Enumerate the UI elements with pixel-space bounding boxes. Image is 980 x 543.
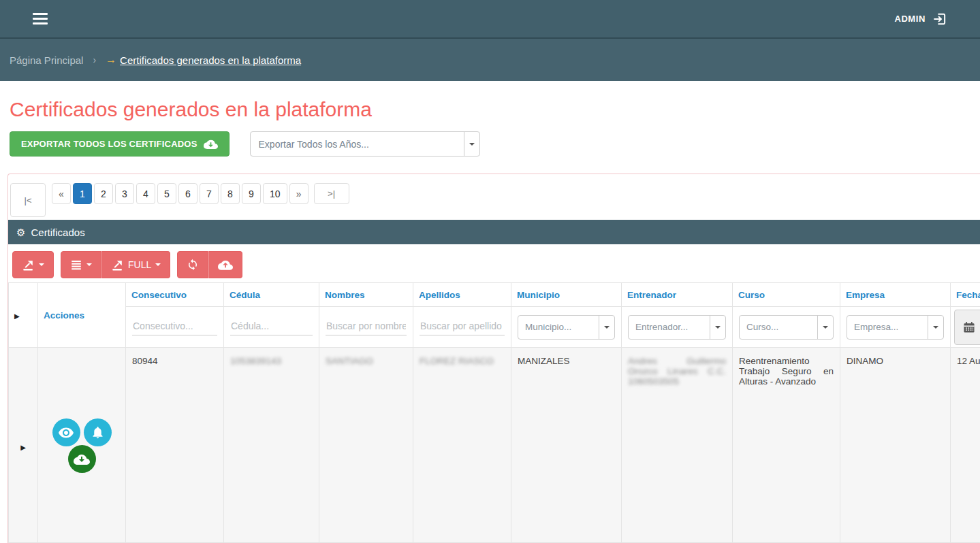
column-header-cedula[interactable]: Cédula <box>224 283 319 307</box>
top-navbar: ADMIN <box>0 0 980 39</box>
pagination-page-button[interactable]: 2 <box>94 183 113 204</box>
caret-down-icon[interactable] <box>928 316 943 339</box>
filter-cedula-cell <box>224 307 319 348</box>
pagination-page-button[interactable]: 8 <box>221 183 240 204</box>
pagination-prev-button[interactable]: « <box>52 183 71 204</box>
export-actions-row: EXPORTAR TODOS LOS CERTIFICADOS Exportar… <box>10 131 980 157</box>
redacted-entrenador: Andres Guillermo Orozco Linares C.C. 106… <box>628 356 726 386</box>
export-icon <box>111 259 124 272</box>
full-button-label: FULL <box>128 259 151 270</box>
filter-empresa-value: Empresa... <box>847 316 928 339</box>
columns-list-dropdown-button[interactable] <box>61 251 101 278</box>
caret-down-icon[interactable] <box>464 132 479 156</box>
caret-down-icon[interactable] <box>817 316 833 339</box>
filter-municipio-select[interactable]: Municipio... <box>518 315 615 340</box>
cell-municipio: MANIZALES <box>511 348 622 543</box>
pagination-page-button[interactable]: 1 <box>73 183 92 204</box>
filter-empresa-cell: Empresa... <box>840 307 951 348</box>
cloud-download-icon <box>204 139 218 149</box>
actions-column-header: Acciones <box>38 283 126 348</box>
breadcrumb-separator: › <box>93 54 96 65</box>
fecha-datepicker-button[interactable] <box>954 310 980 345</box>
pagination-page-button[interactable]: 6 <box>178 183 197 204</box>
breadcrumb-home-link[interactable]: Página Principal <box>10 54 83 66</box>
redacted-cedula: 1053839143 <box>230 356 281 366</box>
export-years-select[interactable]: Exportar Todos los Años... <box>250 131 480 157</box>
filter-curso-value: Curso... <box>740 316 817 339</box>
row-expand-cell[interactable]: ▶ <box>9 348 38 543</box>
filter-curso-select[interactable]: Curso... <box>739 315 834 340</box>
list-icon <box>70 259 82 271</box>
pagination-page-button[interactable]: 5 <box>157 183 176 204</box>
filter-nombres-input[interactable] <box>326 318 407 335</box>
user-menu[interactable]: ADMIN <box>894 12 947 27</box>
filter-nombres-cell <box>319 307 413 348</box>
sign-out-icon[interactable] <box>932 12 947 27</box>
filter-fecha-cell <box>951 307 980 348</box>
table-toolbar: FULL <box>8 244 980 282</box>
caret-down-icon[interactable] <box>599 316 614 339</box>
download-certificate-button[interactable] <box>68 445 96 473</box>
pagination-page-button[interactable]: 10 <box>263 183 287 204</box>
cell-empresa: DINAMO <box>840 348 951 543</box>
filter-entrenador-value: Entrenador... <box>629 316 710 339</box>
filter-consecutivo-input[interactable] <box>132 318 217 335</box>
caret-down-icon <box>155 263 161 269</box>
refresh-button[interactable] <box>177 251 208 278</box>
table-row: ▶ <box>9 348 980 543</box>
menu-icon[interactable] <box>33 13 48 24</box>
filter-curso-cell: Curso... <box>733 307 840 348</box>
filter-consecutivo-cell <box>126 307 224 348</box>
expand-row-icon[interactable]: ▶ <box>20 444 26 451</box>
pagination: |< « 1 2 3 4 5 6 7 8 9 10 » >| <box>8 174 980 220</box>
export-years-select-value: Exportar Todos los Años... <box>251 132 464 156</box>
refresh-icon <box>187 259 199 271</box>
filter-empresa-select[interactable]: Empresa... <box>847 315 944 340</box>
pagination-first-button[interactable]: |< <box>10 183 46 217</box>
cloud-download-icon <box>74 453 90 465</box>
breadcrumb-current-link[interactable]: Certificados generados en la plataforma <box>120 54 301 66</box>
filter-apellidos-input[interactable] <box>420 318 505 335</box>
export-all-label: EXPORTAR TODOS LOS CERTIFICADOS <box>21 139 197 149</box>
breadcrumb: Página Principal › → Certificados genera… <box>0 39 980 81</box>
cell-cedula: 1053839143 <box>224 348 319 543</box>
notify-certificate-button[interactable] <box>84 418 112 446</box>
cell-fecha: 12 Aug <box>951 348 980 543</box>
filter-cedula-input[interactable] <box>230 318 313 335</box>
column-header-curso[interactable]: Curso <box>733 283 840 307</box>
column-header-consecutivo[interactable]: Consecutivo <box>126 283 224 307</box>
expand-row-icon[interactable]: ▶ <box>14 312 20 320</box>
caret-down-icon[interactable] <box>710 316 725 339</box>
pagination-page-button[interactable]: 4 <box>136 183 155 204</box>
column-header-fecha[interactable]: Fecha <box>951 283 980 307</box>
filter-municipio-cell: Municipio... <box>511 307 622 348</box>
column-header-apellidos[interactable]: Apellidos <box>413 283 511 307</box>
export-dropdown-button[interactable] <box>12 251 54 278</box>
column-header-nombres[interactable]: Nombres <box>319 283 413 307</box>
cloud-upload-button[interactable] <box>208 251 242 278</box>
column-header-entrenador[interactable]: Entrenador <box>622 283 733 307</box>
view-certificate-button[interactable] <box>52 418 80 446</box>
breadcrumb-arrow-icon: → <box>106 54 116 66</box>
panel-heading: ⚙ Certificados <box>8 220 980 244</box>
pagination-page-button[interactable]: 7 <box>200 183 219 204</box>
pagination-page-button[interactable]: 9 <box>242 183 261 204</box>
pagination-page-button[interactable]: 3 <box>115 183 134 204</box>
cell-curso: Reentrenamiento Trabajo Seguro en Altura… <box>733 348 840 543</box>
pagination-next-button[interactable]: » <box>289 183 309 204</box>
filter-entrenador-select[interactable]: Entrenador... <box>628 315 726 340</box>
bell-icon <box>91 425 105 440</box>
user-label: ADMIN <box>894 14 926 24</box>
cell-entrenador: Andres Guillermo Orozco Linares C.C. 106… <box>622 348 733 543</box>
redacted-apellidos: FLOREZ RIASCO <box>420 356 494 366</box>
filter-entrenador-cell: Entrenador... <box>622 307 733 348</box>
column-header-empresa[interactable]: Empresa <box>840 283 951 307</box>
export-full-dropdown-button[interactable]: FULL <box>101 251 170 278</box>
export-all-certificates-button[interactable]: EXPORTAR TODOS LOS CERTIFICADOS <box>10 131 230 157</box>
column-header-municipio[interactable]: Municipio <box>511 283 622 307</box>
expand-all-header[interactable]: ▶ <box>9 283 38 348</box>
filter-apellidos-cell <box>413 307 511 348</box>
cloud-upload-icon <box>218 259 233 270</box>
pagination-last-button[interactable]: >| <box>314 183 349 204</box>
page-title: Certificados generados en la plataforma <box>10 98 980 121</box>
